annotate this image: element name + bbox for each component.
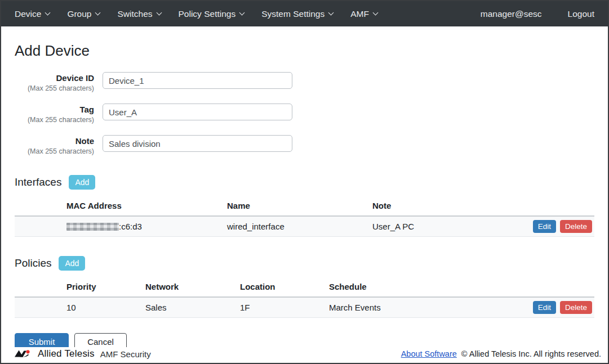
top-navbar: Device Group Switches Policy Settings Sy… bbox=[1, 1, 608, 26]
policy-location-cell: 1F bbox=[240, 303, 329, 312]
nav-item-label: Group bbox=[67, 9, 91, 19]
tag-row: Tag (Max 255 characters) bbox=[15, 104, 594, 124]
col-header-name: Name bbox=[227, 201, 372, 210]
interface-table-row: :c6:d3 wired_interface User_A PC Edit De… bbox=[15, 217, 594, 237]
chevron-down-icon bbox=[156, 10, 162, 16]
interface-name-cell: wired_interface bbox=[227, 222, 372, 231]
policies-title: Policies bbox=[15, 257, 51, 269]
logout-link[interactable]: Logout bbox=[568, 9, 594, 19]
device-id-label: Device ID bbox=[15, 73, 94, 84]
footer-brand: Allied Telesis AMF Security bbox=[15, 348, 151, 359]
col-header-schedule: Schedule bbox=[329, 282, 592, 291]
main-content: Add Device Device ID (Max 255 characters… bbox=[1, 26, 608, 347]
nav-item-label: AMF bbox=[350, 9, 369, 19]
note-hint: (Max 255 characters) bbox=[15, 147, 94, 156]
interfaces-table-header: MAC Address Name Note bbox=[15, 196, 594, 217]
chevron-down-icon bbox=[95, 10, 101, 16]
nav-item-device[interactable]: Device bbox=[15, 9, 50, 19]
chevron-down-icon bbox=[328, 10, 334, 16]
note-labels: Note (Max 255 characters) bbox=[15, 135, 94, 156]
interfaces-section-head: Interfaces Add bbox=[15, 175, 594, 190]
tag-label: Tag bbox=[15, 105, 94, 115]
note-input[interactable] bbox=[103, 135, 292, 152]
cancel-button[interactable]: Cancel bbox=[74, 333, 127, 347]
policy-network-cell: Sales bbox=[145, 303, 240, 312]
add-interface-button[interactable]: Add bbox=[69, 175, 95, 190]
policy-schedule-cell: March Events bbox=[329, 303, 533, 312]
delete-policy-button[interactable]: Delete bbox=[560, 301, 592, 314]
mac-suffix: :c6:d3 bbox=[119, 222, 142, 231]
edit-interface-button[interactable]: Edit bbox=[533, 220, 556, 233]
edit-policy-button[interactable]: Edit bbox=[533, 301, 556, 314]
nav-menu: Device Group Switches Policy Settings Sy… bbox=[15, 9, 377, 19]
nav-item-label: Device bbox=[15, 9, 41, 19]
policy-row-actions: Edit Delete bbox=[533, 301, 592, 314]
col-header-network: Network bbox=[145, 282, 240, 291]
col-header-mac-address: MAC Address bbox=[66, 201, 227, 210]
col-header-location: Location bbox=[240, 282, 329, 291]
policies-section-head: Policies Add bbox=[15, 256, 594, 271]
footer-right: About Software © Allied Telesis Inc. All… bbox=[401, 349, 601, 358]
tag-labels: Tag (Max 255 characters) bbox=[15, 104, 94, 124]
mac-address-cell: :c6:d3 bbox=[66, 222, 227, 231]
note-label: Note bbox=[15, 136, 94, 147]
col-header-note: Note bbox=[372, 201, 592, 210]
policy-priority-cell: 10 bbox=[66, 303, 145, 312]
allied-telesis-logo-icon bbox=[15, 349, 33, 358]
interfaces-table: MAC Address Name Note :c6:d3 wired_inter… bbox=[15, 196, 594, 237]
nav-item-switches[interactable]: Switches bbox=[117, 9, 161, 19]
interfaces-title: Interfaces bbox=[15, 176, 61, 188]
about-software-link[interactable]: About Software bbox=[401, 349, 457, 358]
nav-item-amf[interactable]: AMF bbox=[350, 9, 377, 19]
add-policy-button[interactable]: Add bbox=[59, 256, 85, 271]
user-account[interactable]: manager@sesc bbox=[481, 9, 542, 19]
nav-right: manager@sesc Logout bbox=[481, 9, 594, 19]
nav-item-system-settings[interactable]: System Settings bbox=[261, 9, 333, 19]
nav-item-policy-settings[interactable]: Policy Settings bbox=[179, 9, 245, 19]
device-id-input[interactable] bbox=[103, 72, 292, 89]
tag-hint: (Max 255 characters) bbox=[15, 115, 94, 124]
interface-note-cell: User_A PC bbox=[372, 222, 533, 231]
nav-item-label: Switches bbox=[117, 9, 152, 19]
chevron-down-icon bbox=[372, 10, 378, 16]
device-id-labels: Device ID (Max 255 characters) bbox=[15, 72, 94, 93]
tag-input[interactable] bbox=[103, 104, 292, 120]
submit-button[interactable]: Submit bbox=[15, 333, 69, 347]
note-row: Note (Max 255 characters) bbox=[15, 135, 594, 156]
policies-table-header: Priority Network Location Schedule bbox=[15, 277, 594, 298]
chevron-down-icon bbox=[239, 10, 245, 16]
delete-interface-button[interactable]: Delete bbox=[560, 220, 592, 233]
copyright-text: © Allied Telesis Inc. All rights reserve… bbox=[461, 349, 601, 358]
redacted-mac-blur bbox=[66, 223, 119, 231]
nav-item-group[interactable]: Group bbox=[67, 9, 100, 19]
page-footer: Allied Telesis AMF Security About Softwa… bbox=[1, 347, 608, 363]
policies-table: Priority Network Location Schedule 10 Sa… bbox=[15, 277, 594, 318]
interface-row-actions: Edit Delete bbox=[533, 220, 592, 233]
col-header-priority: Priority bbox=[66, 282, 145, 291]
page-title: Add Device bbox=[15, 42, 594, 60]
nav-item-label: System Settings bbox=[261, 9, 324, 19]
chevron-down-icon bbox=[45, 10, 51, 16]
nav-item-label: Policy Settings bbox=[179, 9, 236, 19]
device-id-hint: (Max 255 characters) bbox=[15, 84, 94, 93]
device-id-row: Device ID (Max 255 characters) bbox=[15, 72, 594, 93]
policy-table-row: 10 Sales 1F March Events Edit Delete bbox=[15, 298, 594, 318]
brand-name: Allied Telesis bbox=[38, 348, 95, 359]
product-name: AMF Security bbox=[100, 349, 151, 359]
form-actions: Submit Cancel bbox=[15, 333, 594, 347]
